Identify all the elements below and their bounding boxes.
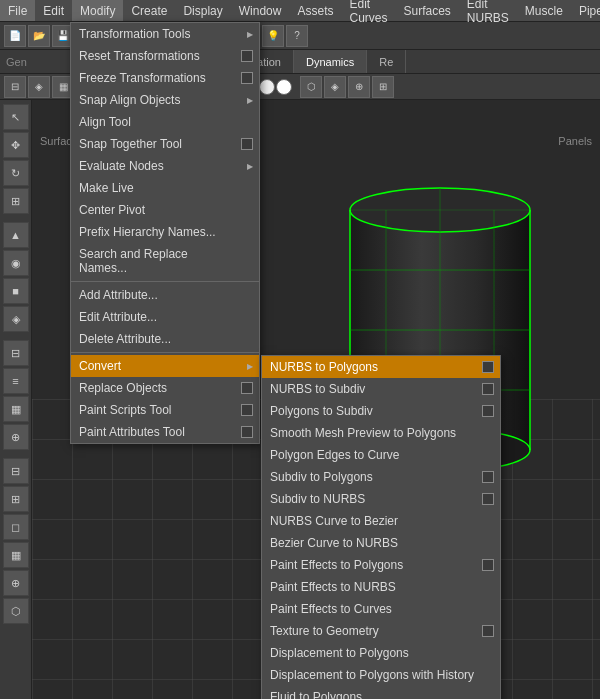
checkbox-subdiv-poly: [482, 471, 494, 483]
submenu-nurbs-to-polygons[interactable]: NURBS to Polygons: [262, 356, 500, 378]
submenu-paint-curves[interactable]: Paint Effects to Curves: [262, 598, 500, 620]
toolbar-view1[interactable]: ⊟: [4, 76, 26, 98]
menu-item-evaluate-nodes[interactable]: Evaluate Nodes: [71, 155, 259, 177]
menu-edit-nurbs[interactable]: Edit NURBS: [459, 0, 517, 21]
checkbox-paint-poly: [482, 559, 494, 571]
checkbox-nurbs-subdiv: [482, 383, 494, 395]
menu-create[interactable]: Create: [123, 0, 175, 21]
tab-dynamics[interactable]: Dynamics: [294, 50, 367, 73]
checkbox-paint-scripts: [241, 404, 253, 416]
tool-extra3[interactable]: ◻: [3, 514, 29, 540]
menu-item-snap-align[interactable]: Snap Align Objects: [71, 89, 259, 111]
menu-item-align-tool[interactable]: Align Tool: [71, 111, 259, 133]
submenu-subdiv-poly[interactable]: Subdiv to Polygons: [262, 466, 500, 488]
submenu-paint-nurbs[interactable]: Paint Effects to NURBS: [262, 576, 500, 598]
tool-surface[interactable]: ≡: [3, 368, 29, 394]
menu-item-add-attribute[interactable]: Add Attribute...: [71, 284, 259, 306]
submenu-displacement-poly-history[interactable]: Displacement to Polygons with History: [262, 664, 500, 686]
toolbar-display4[interactable]: ⊞: [372, 76, 394, 98]
checkbox-reset: [241, 50, 253, 62]
tool-extra1[interactable]: ⊟: [3, 458, 29, 484]
menu-muscle[interactable]: Muscle: [517, 0, 571, 21]
menu-item-edit-attribute[interactable]: Edit Attribute...: [71, 306, 259, 328]
submenu-poly-to-subdiv[interactable]: Polygons to Subdiv: [262, 400, 500, 422]
checkbox-snap: [241, 138, 253, 150]
submenu-displacement-poly[interactable]: Displacement to Polygons: [262, 642, 500, 664]
submenu-nurbs-to-subdiv[interactable]: NURBS to Subdiv: [262, 378, 500, 400]
menu-bar: File Edit Modify Create Display Window A…: [0, 0, 600, 22]
tool-extra5[interactable]: ⊕: [3, 570, 29, 596]
convert-submenu: NURBS to Polygons NURBS to Subdiv Polygo…: [261, 355, 501, 699]
tool-scale[interactable]: ⊞: [3, 188, 29, 214]
menu-file[interactable]: File: [0, 0, 35, 21]
menu-item-make-live[interactable]: Make Live: [71, 177, 259, 199]
menu-modify[interactable]: Modify: [72, 0, 123, 21]
menu-surfaces[interactable]: Surfaces: [395, 0, 458, 21]
left-sidebar: ↖ ✥ ↻ ⊞ ▲ ◉ ■ ◈ ⊟ ≡ ▦ ⊕ ⊟ ⊞ ◻ ▦ ⊕ ⬡: [0, 100, 32, 699]
tool-extra4[interactable]: ▦: [3, 542, 29, 568]
menu-pipeline[interactable]: Pipeline: [571, 0, 600, 21]
toolbar-display1[interactable]: ⬡: [300, 76, 322, 98]
menu-item-reset-transformations[interactable]: Reset Transformations: [71, 45, 259, 67]
submenu-fluid-poly[interactable]: Fluid to Polygons: [262, 686, 500, 699]
submenu-subdiv-nurbs[interactable]: Subdiv to NURBS: [262, 488, 500, 510]
tool-render[interactable]: ⊕: [3, 424, 29, 450]
menu-assets[interactable]: Assets: [289, 0, 341, 21]
tool-move[interactable]: ✥: [3, 132, 29, 158]
submenu-texture-geo[interactable]: Texture to Geometry: [262, 620, 500, 642]
menu-item-paint-scripts[interactable]: Paint Scripts Tool: [71, 399, 259, 421]
menu-edit[interactable]: Edit: [35, 0, 72, 21]
toolbar-display3[interactable]: ⊕: [348, 76, 370, 98]
checkbox-replace: [241, 382, 253, 394]
menu-item-replace-objects[interactable]: Replace Objects: [71, 377, 259, 399]
toolbar-light[interactable]: 💡: [262, 25, 284, 47]
tool-extra2[interactable]: ⊞: [3, 486, 29, 512]
menu-item-convert[interactable]: Convert: [71, 355, 259, 377]
checkbox-texture-geo: [482, 625, 494, 637]
convert-parent: Convert NURBS to Polygons NURBS to Subdi…: [71, 355, 259, 377]
tool-rotate[interactable]: ↻: [3, 160, 29, 186]
menu-item-snap-together[interactable]: Snap Together Tool: [71, 133, 259, 155]
toolbar-new[interactable]: 📄: [4, 25, 26, 47]
menu-window[interactable]: Window: [231, 0, 290, 21]
menu-item-paint-attrs[interactable]: Paint Attributes Tool: [71, 421, 259, 443]
checkbox-nurbs-poly: [482, 361, 494, 373]
toolbar-help[interactable]: ?: [286, 25, 308, 47]
color-sphere-5: [276, 79, 292, 95]
toolbar-view2[interactable]: ◈: [28, 76, 50, 98]
submenu-bezier-nurbs[interactable]: Bezier Curve to NURBS: [262, 532, 500, 554]
menu-item-center-pivot[interactable]: Center Pivot: [71, 199, 259, 221]
submenu-nurbs-bezier[interactable]: NURBS Curve to Bezier: [262, 510, 500, 532]
checkbox-paint-attrs: [241, 426, 253, 438]
tool-curve[interactable]: ⊟: [3, 340, 29, 366]
tool-sculpt[interactable]: ■: [3, 278, 29, 304]
menu-item-transformation-tools[interactable]: Transformation Tools: [71, 23, 259, 45]
tool-lasso[interactable]: ▲: [3, 222, 29, 248]
tool-select[interactable]: ↖: [3, 104, 29, 130]
tool-soft[interactable]: ◈: [3, 306, 29, 332]
menu-item-delete-attribute[interactable]: Delete Attribute...: [71, 328, 259, 350]
checkbox-subdiv-nurbs: [482, 493, 494, 505]
tab-re[interactable]: Re: [367, 50, 406, 73]
menu-edit-curves[interactable]: Edit Curves: [341, 0, 395, 21]
tool-extra6[interactable]: ⬡: [3, 598, 29, 624]
toolbar-display2[interactable]: ◈: [324, 76, 346, 98]
menu-item-prefix-hierarchy[interactable]: Prefix Hierarchy Names...: [71, 221, 259, 243]
color-sphere-4: [259, 79, 275, 95]
tool-paint[interactable]: ◉: [3, 250, 29, 276]
tool-deform[interactable]: ▦: [3, 396, 29, 422]
checkbox-poly-subdiv: [482, 405, 494, 417]
modify-dropdown: Transformation Tools Reset Transformatio…: [70, 22, 260, 444]
viewport-panels-label: Panels: [558, 135, 592, 147]
menu-item-freeze-transformations[interactable]: Freeze Transformations: [71, 67, 259, 89]
toolbar-open[interactable]: 📂: [28, 25, 50, 47]
submenu-poly-edges[interactable]: Polygon Edges to Curve: [262, 444, 500, 466]
gen-label: Gen: [6, 56, 27, 68]
submenu-smooth-mesh[interactable]: Smooth Mesh Preview to Polygons: [262, 422, 500, 444]
separator-1: [71, 281, 259, 282]
menu-item-search-replace[interactable]: Search and Replace Names...: [71, 243, 259, 279]
checkbox-freeze: [241, 72, 253, 84]
separator-2: [71, 352, 259, 353]
submenu-paint-poly[interactable]: Paint Effects to Polygons: [262, 554, 500, 576]
menu-display[interactable]: Display: [175, 0, 230, 21]
